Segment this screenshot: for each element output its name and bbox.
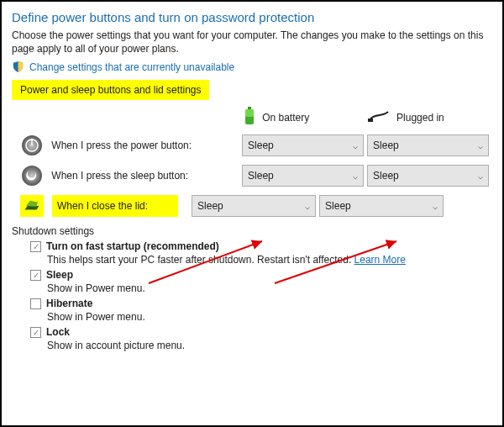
- column-header-plugged: Plugged in: [368, 110, 492, 124]
- svg-rect-2: [245, 109, 254, 117]
- chevron-down-icon: ⌵: [433, 202, 438, 211]
- checkbox-hibernate[interactable]: [30, 298, 41, 309]
- shutdown-lock: Lock Show in account picture menu.: [30, 326, 492, 351]
- row-lid-label: When I close the lid:: [52, 195, 178, 217]
- chevron-down-icon: ⌵: [353, 141, 358, 150]
- highlight-section-title: Power and sleep buttons and lid settings: [12, 80, 209, 100]
- shutdown-fast-startup: Turn on fast startup (recommended) This …: [30, 240, 492, 266]
- change-settings-link[interactable]: Change settings that are currently unava…: [12, 61, 492, 73]
- select-power-plugged[interactable]: Sleep ⌵: [367, 134, 489, 156]
- checkbox-sleep[interactable]: [30, 270, 41, 281]
- change-settings-link-text: Change settings that are currently unava…: [29, 61, 234, 73]
- row-power-label: When I press the power button:: [51, 140, 242, 151]
- chevron-down-icon: ⌵: [353, 171, 358, 181]
- select-sleep-battery[interactable]: Sleep ⌵: [242, 165, 364, 187]
- plug-icon: [368, 110, 390, 124]
- checkbox-lock[interactable]: [30, 327, 41, 338]
- shutdown-sleep: Sleep Show in Power menu.: [30, 269, 492, 294]
- select-lid-plugged[interactable]: Sleep ⌵: [319, 195, 444, 217]
- checkbox-fast-startup[interactable]: [30, 241, 41, 252]
- row-power-button: When I press the power button: Sleep ⌵ S…: [12, 133, 492, 158]
- page-subtitle: Choose the power settings that you want …: [12, 29, 492, 55]
- svg-point-7: [22, 166, 42, 186]
- power-icon: [20, 134, 43, 156]
- sleep-icon: [20, 165, 43, 187]
- row-sleep-button: When I press the sleep button: Sleep ⌵ S…: [12, 163, 492, 188]
- select-power-battery[interactable]: Sleep ⌵: [242, 134, 364, 156]
- section-header-power-sleep-lid: Power and sleep buttons and lid settings: [12, 80, 492, 100]
- page-title: Define power buttons and turn on passwor…: [12, 10, 492, 24]
- section-header-shutdown: Shutdown settings: [12, 225, 492, 237]
- column-headers: On battery Plugged in: [12, 107, 492, 128]
- shield-icon: [12, 61, 24, 73]
- chevron-down-icon: ⌵: [478, 141, 483, 150]
- lid-icon: [20, 195, 44, 217]
- select-sleep-plugged[interactable]: Sleep ⌵: [367, 165, 489, 187]
- column-header-battery: On battery: [244, 107, 368, 128]
- battery-icon: [244, 107, 255, 128]
- learn-more-link[interactable]: Learn More: [354, 254, 406, 266]
- row-sleep-label: When I press the sleep button:: [51, 170, 242, 182]
- chevron-down-icon: ⌵: [305, 202, 310, 211]
- chevron-down-icon: ⌵: [478, 171, 483, 181]
- select-lid-battery[interactable]: Sleep ⌵: [192, 195, 316, 217]
- svg-rect-3: [368, 119, 373, 122]
- shutdown-hibernate: Hibernate Show in Power menu.: [30, 298, 492, 323]
- svg-rect-0: [248, 107, 251, 109]
- row-close-lid: When I close the lid: Sleep ⌵ Sleep ⌵: [12, 193, 492, 219]
